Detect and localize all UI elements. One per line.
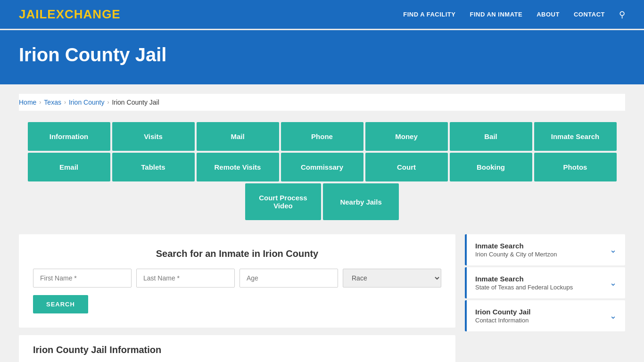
sidebar-card-3-text: Irion County Jail Contact Information <box>475 308 531 324</box>
nav-find-facility[interactable]: FIND A FACILITY <box>403 11 455 18</box>
sidebar-card-1-header[interactable]: Inmate Search Irion County & City of Mer… <box>465 234 625 265</box>
btn-mail[interactable]: Mail <box>197 122 279 151</box>
btn-court-process-video[interactable]: Court Process Video <box>245 183 321 220</box>
hero-section: Irion County Jail <box>0 30 644 84</box>
page-title: Irion County Jail <box>19 44 625 66</box>
sidebar-card-3-header[interactable]: Irion County Jail Contact Information ⌄ <box>465 300 625 331</box>
info-section: Irion County Jail Information <box>19 335 455 362</box>
sidebar: Inmate Search Irion County & City of Mer… <box>465 234 625 333</box>
btn-court[interactable]: Court <box>365 153 448 181</box>
race-select[interactable]: RaceWhiteBlackHispanicAsianOther <box>343 269 441 288</box>
sidebar-card-2: Inmate Search State of Texas and Federal… <box>465 267 625 298</box>
nav-contact[interactable]: CONTACT <box>574 11 605 18</box>
content-area: Home › Texas › Irion County › Irion Coun… <box>0 84 644 362</box>
breadcrumb: Home › Texas › Irion County › Irion Coun… <box>19 94 625 111</box>
sidebar-card-3-sublabel: Contact Information <box>475 317 531 324</box>
btn-information[interactable]: Information <box>28 122 110 151</box>
btn-tablets[interactable]: Tablets <box>112 153 195 181</box>
btn-commissary[interactable]: Commissary <box>281 153 363 181</box>
btn-nearby-jails[interactable]: Nearby Jails <box>323 183 399 220</box>
age-input[interactable] <box>239 269 338 288</box>
chevron-down-icon-1: ⌄ <box>610 245 617 255</box>
sidebar-card-2-sublabel: State of Texas and Federal Lockups <box>475 284 573 291</box>
btn-visits[interactable]: Visits <box>112 122 195 151</box>
btn-bail[interactable]: Bail <box>450 122 532 151</box>
left-column: Search for an Inmate in Irion County Rac… <box>19 234 455 362</box>
sidebar-card-1-label: Inmate Search <box>475 242 557 250</box>
grid-row-3: Court Process Video Nearby Jails <box>245 183 399 220</box>
grid-row-1: Information Visits Mail Phone Money Bail… <box>19 122 625 151</box>
breadcrumb-sep-1: › <box>39 99 41 106</box>
logo-exchange: EXCHANGE <box>47 7 120 21</box>
category-button-grid: Information Visits Mail Phone Money Bail… <box>19 122 625 220</box>
btn-email[interactable]: Email <box>28 153 110 181</box>
inmate-search-panel: Search for an Inmate in Irion County Rac… <box>19 234 455 328</box>
search-button[interactable]: SEARCH <box>33 295 88 313</box>
chevron-down-icon-2: ⌄ <box>610 278 617 288</box>
breadcrumb-current: Irion County Jail <box>112 99 159 106</box>
chevron-down-icon-3: ⌄ <box>610 311 617 321</box>
grid-row-2: Email Tablets Remote Visits Commissary C… <box>19 153 625 181</box>
sidebar-card-2-text: Inmate Search State of Texas and Federal… <box>475 275 573 291</box>
btn-photos[interactable]: Photos <box>534 153 617 181</box>
breadcrumb-home[interactable]: Home <box>19 99 36 106</box>
first-name-input[interactable] <box>33 269 132 288</box>
nav-about[interactable]: ABOUT <box>537 11 560 18</box>
main-nav: FIND A FACILITY FIND AN INMATE ABOUT CON… <box>403 9 625 20</box>
sidebar-card-1-sublabel: Irion County & City of Mertzon <box>475 251 557 258</box>
btn-booking[interactable]: Booking <box>450 153 532 181</box>
search-icon-button[interactable]: ⚲ <box>619 9 625 20</box>
info-title: Irion County Jail Information <box>33 345 441 355</box>
btn-phone[interactable]: Phone <box>281 122 363 151</box>
btn-money[interactable]: Money <box>365 122 448 151</box>
main-layout: Search for an Inmate in Irion County Rac… <box>19 234 625 362</box>
header: JAILEXCHANGE FIND A FACILITY FIND AN INM… <box>0 0 644 30</box>
sidebar-card-1-text: Inmate Search Irion County & City of Mer… <box>475 242 557 258</box>
btn-remote-visits[interactable]: Remote Visits <box>197 153 279 181</box>
logo-jail: JAIL <box>19 7 47 21</box>
sidebar-card-2-label: Inmate Search <box>475 275 573 283</box>
last-name-input[interactable] <box>136 269 235 288</box>
breadcrumb-texas[interactable]: Texas <box>44 99 61 106</box>
search-fields: RaceWhiteBlackHispanicAsianOther <box>33 269 441 288</box>
breadcrumb-irion-county[interactable]: Irion County <box>69 99 104 106</box>
sidebar-card-3-label: Irion County Jail <box>475 308 531 316</box>
btn-inmate-search[interactable]: Inmate Search <box>534 122 617 151</box>
breadcrumb-sep-3: › <box>107 99 109 106</box>
sidebar-card-1: Inmate Search Irion County & City of Mer… <box>465 234 625 265</box>
breadcrumb-sep-2: › <box>64 99 66 106</box>
sidebar-card-2-header[interactable]: Inmate Search State of Texas and Federal… <box>465 267 625 298</box>
logo[interactable]: JAILEXCHANGE <box>19 7 121 22</box>
nav-find-inmate[interactable]: FIND AN INMATE <box>470 11 522 18</box>
sidebar-card-3: Irion County Jail Contact Information ⌄ <box>465 300 625 331</box>
search-title: Search for an Inmate in Irion County <box>33 248 441 259</box>
